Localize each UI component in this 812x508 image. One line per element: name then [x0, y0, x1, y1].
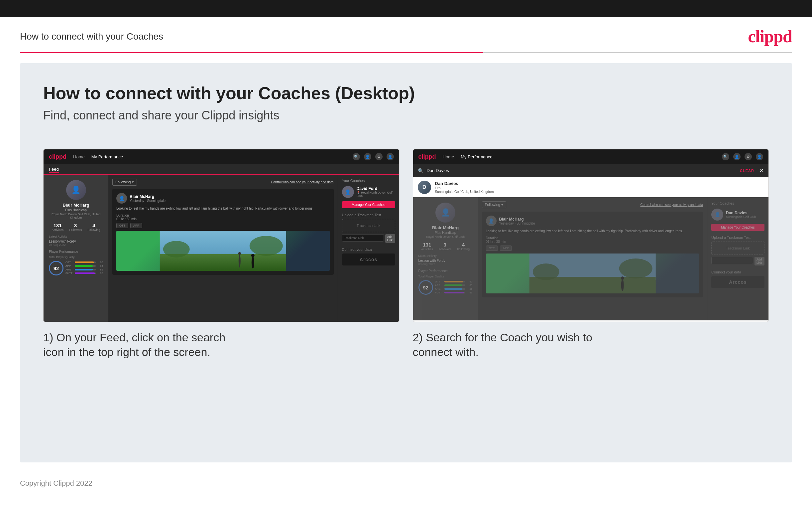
result-name: Dan Davies — [435, 181, 494, 186]
golf-image-svg — [116, 231, 330, 271]
app-nav-left: clippd Home My Performance 🔍 👤 ⚙ 👤 — [44, 150, 399, 164]
stat-following: 4 Following — [87, 222, 100, 231]
manage-coaches-button[interactable]: Manage Your Coaches — [342, 201, 395, 208]
feed-tab[interactable]: Feed — [49, 166, 59, 173]
arg-val: 86 — [97, 268, 103, 271]
following-count: 4 — [87, 222, 100, 228]
main-subheading: Find, connect and share your Clippd insi… — [43, 109, 769, 122]
search-icon-r[interactable]: 🔍 — [722, 153, 729, 160]
step2-label: 2) Search for the Coach you wish to conn… — [413, 330, 769, 359]
screenshot-frame-left: clippd Home My Performance 🔍 👤 ⚙ 👤 Feed — [43, 149, 399, 322]
profile-avatar: 👤 — [66, 180, 86, 200]
putt-bar-row: PUTT 96 — [65, 272, 103, 275]
svg-point-11 — [619, 258, 652, 279]
activities-label: Activities — [51, 228, 63, 231]
dimmed-background: 👤 Blair McHarg Plus Handicap Royal North… — [413, 197, 769, 321]
arg-fill — [75, 269, 93, 270]
activities-count: 131 — [51, 222, 63, 228]
svg-point-5 — [251, 254, 254, 257]
coach-club-text: Royal North Devon Golf Club — [356, 191, 393, 198]
profile-icon[interactable]: 👤 — [364, 153, 371, 160]
post-name-dimmed: Blair McHarg — [499, 217, 535, 221]
search-icon[interactable]: 🔍 — [353, 153, 360, 160]
profile-name-dimmed: Blair McHarg — [419, 225, 473, 230]
close-search-button[interactable]: ✕ — [760, 167, 764, 174]
svg-point-6 — [239, 254, 241, 267]
svg-point-3 — [250, 236, 283, 256]
control-link[interactable]: Control who can see your activity and da… — [271, 180, 333, 184]
search-result-item[interactable]: D Dan Davies Pro Sunningdale Golf Club, … — [413, 177, 769, 197]
post-author-name: Blair McHarg — [130, 194, 165, 199]
ott-label: OTT — [65, 261, 74, 264]
trackman-placeholder: Trackman Link — [342, 219, 395, 232]
result-info: Dan Davies Pro Sunningdale Golf Club, Un… — [435, 181, 494, 194]
app-val: 85 — [97, 264, 103, 267]
following-button[interactable]: Following ▾ — [112, 179, 137, 186]
stat-activities: 131 Activities — [51, 222, 63, 231]
coach-avatar-dimmed: 👤 — [711, 209, 723, 220]
right-panel-dimmed: Your Coaches 👤 Dan Davies Sunningdale Go… — [707, 197, 768, 321]
perf-dimmed: Player Performance — [419, 269, 473, 273]
coaches-title: Your Coaches — [342, 179, 395, 183]
coach-name: David Ford — [356, 186, 395, 191]
add-link-button[interactable]: Add Link — [385, 234, 395, 243]
trackman-input[interactable] — [342, 234, 384, 242]
user-avatar-icon[interactable]: 👤 — [387, 153, 394, 160]
ott-fill — [75, 261, 94, 263]
profile-club-dimmed: Royal North Devon Golf Club — [419, 235, 473, 239]
profile-avatar-dimmed: 👤 — [435, 203, 456, 222]
post-duration: Duration 01 hr : 30 min — [116, 214, 330, 221]
search-input-display[interactable]: Dan Davies — [427, 168, 737, 173]
right-panel: Your Coaches 👤 David Ford 📍 Royal North … — [338, 175, 399, 322]
arccos-badge: Arccos — [342, 254, 395, 265]
profile-stats: 131 Activities 3 Followers 4 Following — [49, 222, 103, 231]
user-avatar-icon-r[interactable]: 👤 — [756, 153, 763, 160]
connect-dimmed: Connect your data — [711, 270, 764, 274]
svg-point-2 — [163, 241, 190, 257]
nav-item-home-r: Home — [443, 154, 455, 159]
top-bar — [0, 0, 812, 17]
mid-panel-dimmed: Following ▾ Control who can see your act… — [478, 197, 707, 321]
app-bar-row: APP 85 — [65, 264, 103, 267]
coach-name-dimmed: Dan Davies — [726, 211, 756, 215]
add-link-dimmed: Add Link — [755, 257, 764, 265]
trackman-dimmed: Upload a Trackman Test — [711, 236, 764, 240]
putt-val: 96 — [97, 272, 103, 275]
main-content: How to connect with your Coaches (Deskto… — [20, 63, 792, 462]
post-body-text: Looking to feel like my hands are exitin… — [116, 206, 330, 211]
post-body-dimmed: Looking to feel like my hands are exitin… — [486, 229, 699, 234]
left-panel: 👤 Blair McHarg Plus Handicap Royal North… — [44, 175, 108, 322]
profile-icon-r[interactable]: 👤 — [733, 153, 741, 160]
post-image-dimmed — [486, 254, 699, 293]
nav-item-myperformance: My Performance — [91, 154, 123, 159]
coach-club-dimmed: Sunningdale Golf Club — [726, 215, 756, 219]
following-label: Following — [87, 228, 100, 231]
settings-icon-r[interactable]: ⚙ — [745, 153, 752, 160]
app-btn: APP — [130, 223, 142, 228]
search-icon-small: 🔍 — [418, 168, 423, 173]
trackman-input-row: Add Link — [342, 234, 395, 243]
nav-item-myperformance-r: My Performance — [461, 154, 492, 159]
app-body-left: 👤 Blair McHarg Plus Handicap Royal North… — [44, 175, 399, 322]
duration-value: 01 hr : 30 min — [116, 217, 137, 221]
following-bar-dimmed: Following ▾ Control who can see your act… — [482, 201, 703, 208]
post-header-dimmed: 👤 Blair McHarg Yesterday · Sunningdale — [486, 216, 699, 226]
clear-button[interactable]: CLEAR — [740, 169, 754, 173]
ott-bg — [75, 261, 96, 263]
coach-card-dimmed: 👤 Dan Davies Sunningdale Golf Club — [711, 209, 764, 220]
profile-club: Royal North Devon Golf Club, United King… — [49, 213, 103, 219]
post-avatar-dimmed: 👤 — [486, 216, 496, 226]
date-dimmed: 03 Aug 2022 — [419, 262, 473, 266]
tab-bar-left: Feed — [44, 164, 399, 175]
arg-bar-row: ARG 86 — [65, 268, 103, 271]
duration-dimmed: Duration01 hr : 30 min — [486, 236, 699, 244]
post-header: 👤 Blair McHarg Yesterday · Sunningdale — [116, 193, 330, 204]
app-nav-logo-right: clippd — [419, 153, 436, 160]
result-avatar: D — [418, 181, 431, 194]
connect-title: Connect your data — [342, 248, 395, 252]
duration-label: Duration — [116, 214, 129, 217]
result-club: Sunningdale Golf Club, United Kingdom — [435, 190, 494, 194]
stat-followers: 3 Followers — [69, 222, 82, 231]
result-role: Pro — [435, 186, 494, 190]
settings-icon[interactable]: ⚙ — [375, 153, 383, 160]
